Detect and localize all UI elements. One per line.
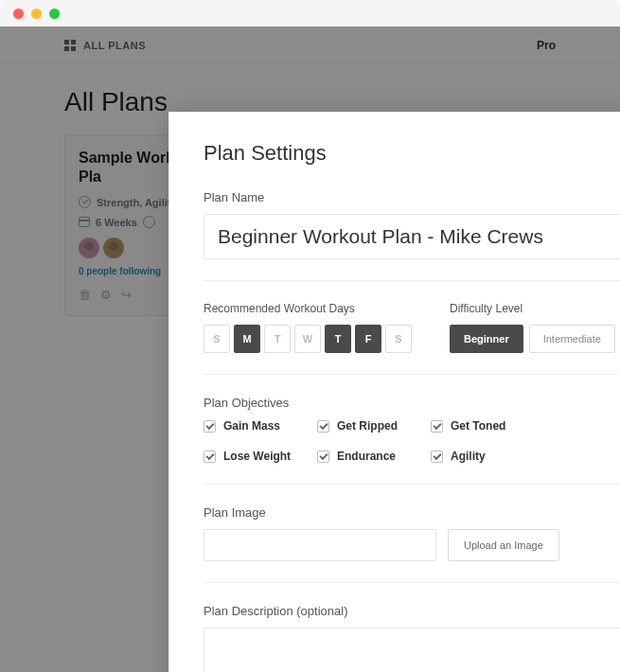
objectives-section: Plan Objectives Gain MassGet RippedGet T…: [204, 396, 620, 485]
objective-lose-weight[interactable]: Lose Weight: [204, 450, 317, 463]
checkbox-icon: [204, 451, 216, 463]
objective-get-toned[interactable]: Get Toned: [431, 419, 544, 433]
app-root: ALL PLANS Pro All Plans Sample Workout P…: [0, 27, 620, 672]
day-toggle-tue[interactable]: T: [264, 325, 291, 353]
plan-name-input[interactable]: [204, 214, 620, 259]
objective-label: Agility: [451, 450, 486, 463]
plan-settings-modal: Plan Settings Plan Name Recommended Work…: [168, 112, 620, 672]
plan-description-section: Plan Description (optional): [204, 604, 620, 672]
plan-image-preview: [204, 529, 436, 561]
minimize-icon[interactable]: [31, 9, 42, 19]
days-label: Recommended Workout Days: [204, 302, 412, 315]
difficulty-label: Difficulty Level: [450, 302, 620, 315]
day-toggle-sun[interactable]: S: [204, 325, 230, 353]
checkbox-icon: [317, 420, 329, 433]
plan-description-label: Plan Description (optional): [204, 604, 620, 618]
day-toggle-fri[interactable]: F: [355, 325, 381, 353]
maximize-icon[interactable]: [49, 9, 60, 19]
objective-endurance[interactable]: Endurance: [317, 450, 431, 463]
close-icon[interactable]: [13, 9, 24, 19]
objective-label: Get Ripped: [337, 419, 398, 433]
plan-image-label: Plan Image: [204, 505, 620, 520]
objective-agility[interactable]: Agility: [431, 450, 544, 463]
objective-label: Endurance: [337, 450, 396, 463]
difficulty-group: Difficulty Level BeginnerIntermediateAdv…: [450, 302, 620, 353]
titlebar: [0, 0, 620, 27]
upload-image-button[interactable]: Upload an Image: [448, 529, 559, 561]
days-group: Recommended Workout Days SMTWTFS: [204, 302, 412, 353]
day-toggle-sat[interactable]: S: [385, 325, 412, 353]
plan-description-input[interactable]: [204, 628, 620, 672]
difficulty-beginner[interactable]: Beginner: [450, 325, 523, 353]
day-toggle-mon[interactable]: M: [234, 325, 260, 353]
checkbox-icon: [431, 451, 443, 463]
difficulty-intermediate[interactable]: Intermediate: [529, 325, 615, 353]
modal-title: Plan Settings: [204, 141, 620, 166]
objective-get-ripped[interactable]: Get Ripped: [317, 419, 431, 433]
objectives-label: Plan Objectives: [204, 396, 620, 410]
days-difficulty-section: Recommended Workout Days SMTWTFS Difficu…: [204, 302, 620, 375]
checkbox-icon: [317, 451, 329, 463]
checkbox-icon: [204, 420, 216, 433]
window-frame: ALL PLANS Pro All Plans Sample Workout P…: [0, 0, 620, 672]
plan-name-section: Plan Name: [204, 190, 620, 281]
day-toggle-thu[interactable]: T: [325, 325, 351, 353]
objective-gain-mass[interactable]: Gain Mass: [204, 419, 317, 433]
objective-label: Lose Weight: [223, 450, 291, 463]
plan-name-label: Plan Name: [204, 190, 620, 204]
objective-label: Get Toned: [451, 419, 505, 433]
day-toggle-wed[interactable]: W: [294, 325, 321, 353]
objective-label: Gain Mass: [223, 419, 280, 433]
checkbox-icon: [431, 420, 443, 433]
plan-image-section: Plan Image Upload an Image: [204, 505, 620, 583]
